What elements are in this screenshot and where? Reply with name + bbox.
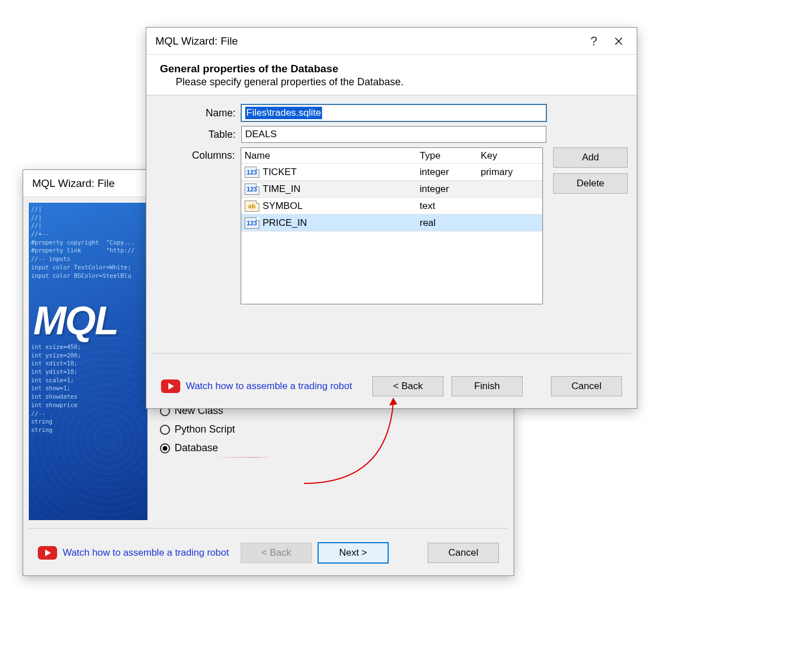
footer: Watch how to assemble a trading robot < …: [146, 372, 637, 400]
col-header-name: Name: [241, 150, 420, 162]
cell-type: real: [420, 217, 481, 229]
youtube-icon: [161, 379, 180, 393]
dialog-body: Name: Files\trades.sqlite Table: DEALS C…: [146, 95, 637, 304]
cell-key: primary: [481, 167, 542, 178]
real-type-icon: 123: [245, 217, 259, 229]
window-title: MQL Wizard: File: [155, 35, 581, 47]
col-header-key: Key: [481, 150, 542, 162]
cancel-button[interactable]: Cancel: [551, 376, 622, 396]
help-button[interactable]: ?: [581, 30, 606, 52]
columns-grid[interactable]: Name Type Key 123 TICKET integer primary…: [241, 147, 543, 304]
mql-logo-text: MQL: [33, 293, 118, 348]
project-type-radio-group: New Class Python Script Database: [160, 405, 235, 454]
add-column-button[interactable]: Add: [553, 147, 628, 168]
table-input[interactable]: DEALS: [241, 126, 546, 143]
integer-type-icon: 123: [245, 184, 259, 195]
titlebar: MQL Wizard: File ?: [146, 28, 637, 55]
decorative-line: [211, 457, 273, 458]
close-button[interactable]: [606, 30, 631, 52]
delete-column-button[interactable]: Delete: [553, 173, 628, 194]
cell-type: text: [420, 200, 481, 212]
watch-video-link[interactable]: Watch how to assemble a trading robot: [63, 547, 229, 558]
dialog-header: General properties of the Database Pleas…: [146, 55, 637, 95]
grid-row[interactable]: ab SYMBOL text: [241, 198, 542, 215]
name-input-value: Files\trades.sqlite: [245, 107, 322, 119]
integer-type-icon: 123: [245, 167, 259, 178]
footer: Watch how to assemble a trading robot < …: [23, 536, 514, 570]
wizard-db-properties-window: MQL Wizard: File ? General properties of…: [146, 27, 637, 409]
cell-name: TICKET: [263, 167, 297, 178]
grid-header-row: Name Type Key: [241, 148, 542, 164]
cell-name: PRICE_IN: [263, 217, 307, 229]
dialog-heading: General properties of the Database: [160, 63, 623, 75]
watch-video-link[interactable]: Watch how to assemble a trading robot: [186, 381, 352, 392]
name-label: Name:: [155, 107, 241, 119]
finish-button[interactable]: Finish: [451, 376, 523, 396]
cell-name: SYMBOL: [263, 200, 303, 212]
dialog-subheading: Please specify general properties of the…: [176, 76, 623, 88]
radio-label: Python Script: [175, 424, 235, 435]
back-button[interactable]: < Back: [372, 376, 444, 396]
radio-python-script[interactable]: Python Script: [160, 424, 235, 435]
back-button: < Back: [241, 543, 312, 563]
youtube-icon: [38, 546, 57, 560]
grid-row[interactable]: 123 PRICE_IN real: [241, 215, 542, 232]
table-label: Table:: [155, 129, 241, 141]
cell-type: integer: [420, 167, 481, 178]
radio-database[interactable]: Database: [160, 442, 235, 454]
close-icon: [615, 37, 623, 45]
grid-row[interactable]: 123 TIME_IN integer: [241, 181, 542, 198]
column-action-buttons: Add Delete: [553, 147, 628, 194]
radio-icon: [160, 425, 170, 435]
cell-type: integer: [420, 184, 481, 195]
mql-banner: //|//|//|//+--#property copyright "Copy.…: [29, 203, 147, 520]
radio-label: Database: [175, 442, 218, 454]
divider: [29, 528, 508, 529]
cancel-button[interactable]: Cancel: [428, 543, 499, 563]
col-header-type: Type: [420, 150, 481, 162]
columns-label: Columns:: [155, 147, 241, 162]
table-input-value: DEALS: [245, 129, 277, 140]
divider: [152, 353, 631, 354]
radio-icon: [160, 443, 170, 453]
text-type-icon: ab: [245, 200, 259, 212]
next-button[interactable]: Next >: [318, 542, 389, 564]
name-input[interactable]: Files\trades.sqlite: [241, 104, 546, 121]
grid-row[interactable]: 123 TICKET integer primary: [241, 164, 542, 181]
cell-name: TIME_IN: [263, 184, 301, 195]
